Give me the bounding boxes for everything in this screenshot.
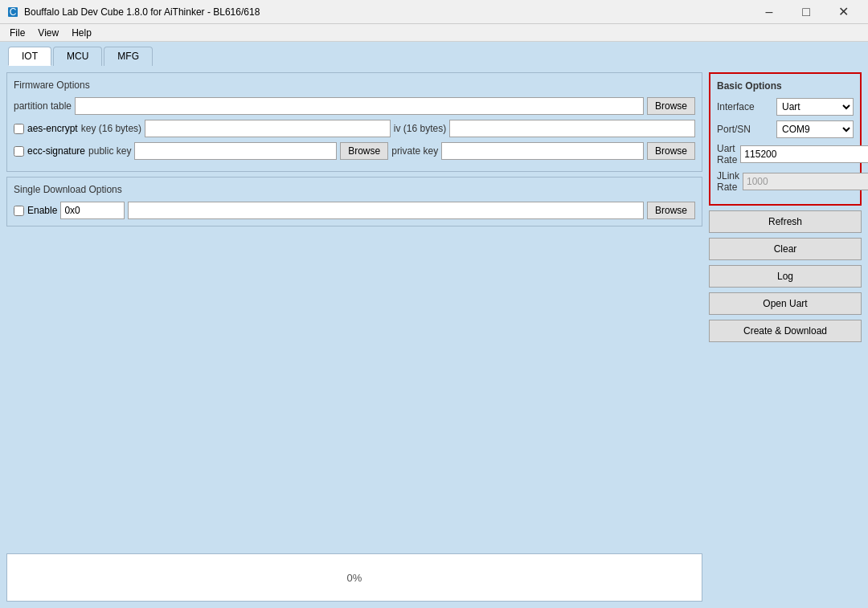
aes-key-input[interactable]: [145, 120, 391, 137]
public-key-input[interactable]: [134, 142, 337, 160]
aes-encrypt-checkbox[interactable]: [14, 124, 24, 134]
aes-encrypt-checkbox-label: aes-encrypt: [14, 123, 78, 134]
interface-select[interactable]: Uart JLink OpenOCD: [776, 98, 854, 116]
file-input[interactable]: [128, 202, 644, 219]
minimize-button[interactable]: –: [751, 0, 788, 24]
port-sn-row: Port/SN COM9 COM1 COM2 COM3: [717, 120, 854, 138]
public-key-label: public key: [88, 145, 131, 157]
partition-table-input[interactable]: [75, 97, 644, 115]
progress-text: 0%: [347, 572, 362, 584]
enable-checkbox[interactable]: [14, 206, 24, 216]
right-panel: Basic Options Interface Uart JLink OpenO…: [709, 72, 862, 602]
enable-checkbox-label: Enable: [14, 205, 57, 216]
uart-rate-row: Uart Rate: [717, 143, 854, 165]
uart-rate-label: Uart Rate: [717, 143, 737, 165]
jlink-rate-input: [743, 173, 868, 190]
port-sn-label: Port/SN: [717, 124, 773, 135]
progress-area: 0%: [6, 553, 702, 602]
tabs-bar: IOT MCU MFG: [0, 42, 868, 66]
aes-encrypt-row: aes-encrypt key (16 bytes) iv (16 bytes): [14, 120, 695, 137]
ecc-checkbox-label: ecc-signature: [14, 145, 85, 157]
uart-rate-input[interactable]: [740, 145, 868, 163]
aes-encrypt-label: aes-encrypt: [27, 123, 78, 134]
main-content: Firmware Options partition table Browse …: [0, 66, 868, 608]
private-key-label: private key: [391, 145, 438, 157]
single-download-browse-button[interactable]: Browse: [647, 202, 695, 219]
partition-table-row: partition table Browse: [14, 97, 695, 115]
tab-mcu[interactable]: MCU: [53, 47, 102, 66]
port-sn-select[interactable]: COM9 COM1 COM2 COM3: [776, 120, 854, 138]
app-icon: C: [6, 6, 19, 18]
left-panel: Firmware Options partition table Browse …: [6, 72, 702, 602]
close-button[interactable]: ✕: [825, 0, 862, 24]
log-button[interactable]: Log: [709, 265, 862, 288]
enable-label: Enable: [27, 205, 57, 216]
key-label: key (16 bytes): [81, 123, 141, 134]
aes-iv-input[interactable]: [449, 120, 695, 137]
interface-label: Interface: [717, 101, 773, 112]
jlink-rate-label: JLink Rate: [717, 170, 739, 193]
single-download-section: Single Download Options Enable Browse: [6, 177, 702, 226]
menu-bar: File View Help: [0, 24, 868, 42]
ecc-label: ecc-signature: [27, 145, 85, 157]
menu-help[interactable]: Help: [65, 26, 98, 40]
iv-label: iv (16 bytes): [394, 123, 446, 134]
firmware-options-section: Firmware Options partition table Browse …: [6, 72, 702, 172]
tab-mfg[interactable]: MFG: [104, 47, 153, 66]
create-download-button[interactable]: Create & Download: [709, 320, 862, 342]
jlink-rate-row: JLink Rate: [717, 170, 854, 193]
window-controls: – □ ✕: [751, 0, 862, 24]
private-key-browse-button[interactable]: Browse: [647, 142, 695, 160]
basic-options-section: Basic Options Interface Uart JLink OpenO…: [709, 72, 862, 206]
title-bar: C Bouffalo Lab Dev Cube 1.8.0 for AiThin…: [0, 0, 868, 24]
private-key-input[interactable]: [441, 142, 644, 160]
interface-row: Interface Uart JLink OpenOCD: [717, 98, 854, 116]
menu-file[interactable]: File: [3, 26, 31, 40]
svg-text:C: C: [10, 6, 17, 18]
refresh-button[interactable]: Refresh: [709, 210, 862, 233]
single-download-row: Enable Browse: [14, 202, 695, 219]
tab-iot[interactable]: IOT: [8, 47, 51, 66]
maximize-button[interactable]: □: [788, 0, 825, 24]
open-uart-button[interactable]: Open Uart: [709, 292, 862, 315]
menu-view[interactable]: View: [31, 26, 65, 40]
basic-options-title: Basic Options: [717, 80, 854, 92]
window-title: Bouffalo Lab Dev Cube 1.8.0 for AiThinke…: [24, 6, 751, 18]
partition-table-label: partition table: [14, 100, 72, 112]
public-key-browse-button[interactable]: Browse: [340, 142, 388, 160]
ecc-signature-row: ecc-signature public key Browse private …: [14, 142, 695, 160]
clear-button[interactable]: Clear: [709, 238, 862, 260]
firmware-options-title: Firmware Options: [14, 80, 695, 91]
ecc-checkbox[interactable]: [14, 146, 24, 157]
address-input[interactable]: [60, 202, 125, 219]
partition-browse-button[interactable]: Browse: [647, 97, 695, 115]
single-download-title: Single Download Options: [14, 184, 695, 195]
